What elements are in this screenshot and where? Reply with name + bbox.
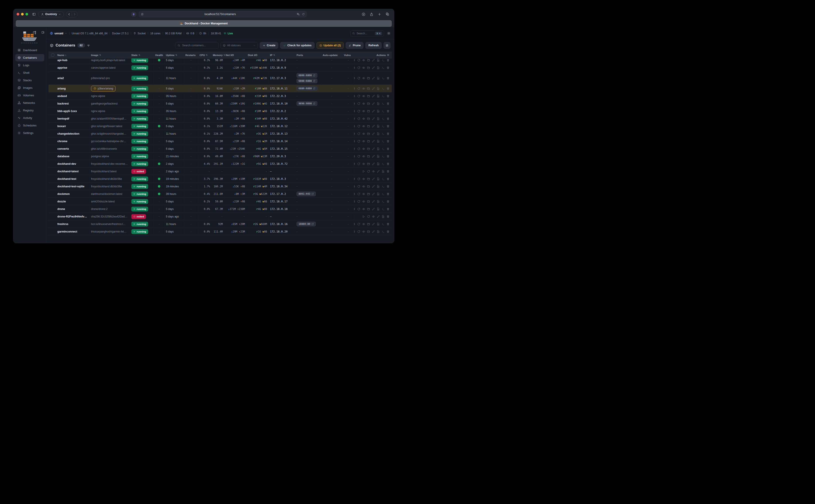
action-restart-icon[interactable] <box>357 95 360 98</box>
action-logs-icon[interactable] <box>377 177 380 180</box>
action-inspect-icon[interactable] <box>362 125 365 128</box>
action-pause-icon[interactable] <box>354 200 355 203</box>
action-inspect-icon[interactable] <box>372 215 375 218</box>
extension-button[interactable] <box>131 12 136 17</box>
action-pause-icon[interactable] <box>354 66 355 69</box>
action-restart-icon[interactable] <box>357 192 360 196</box>
column-header-autoupdate[interactable]: Auto-update <box>321 54 343 56</box>
action-edit-icon[interactable] <box>377 215 380 218</box>
action-delete-icon[interactable] <box>386 155 390 158</box>
containers-search-input[interactable] <box>182 44 216 47</box>
action-files-icon[interactable] <box>367 66 370 69</box>
theme-toggle-icon[interactable] <box>387 32 390 35</box>
table-row[interactable]: chromegcr.io/zenika-hub/alpine-chr…runni… <box>49 138 392 145</box>
action-delete-icon[interactable] <box>386 110 390 113</box>
action-files-icon[interactable] <box>367 185 370 188</box>
action-edit-icon[interactable] <box>372 117 375 120</box>
action-delete-icon[interactable] <box>386 170 390 173</box>
action-logs-icon[interactable] <box>377 200 380 203</box>
action-restart-icon[interactable] <box>357 185 360 188</box>
action-pause-icon[interactable] <box>354 230 355 233</box>
action-console-icon[interactable] <box>382 147 385 150</box>
table-row[interactable]: boxarrghcr.io/iongpt/boxarr:latestrunnin… <box>49 122 392 130</box>
action-inspect-icon[interactable] <box>362 87 365 90</box>
address-bar[interactable]: localhost:5173/containers <box>139 11 307 17</box>
action-console-icon[interactable] <box>382 155 385 158</box>
action-logs-icon[interactable] <box>377 162 380 165</box>
action-inspect-icon[interactable] <box>362 117 365 120</box>
action-files-icon[interactable] <box>367 117 370 120</box>
action-delete-icon[interactable] <box>386 132 390 135</box>
action-restart-icon[interactable] <box>357 140 360 143</box>
port-mapping-chip[interactable]: 18880:80 <box>297 222 316 226</box>
action-console-icon[interactable] <box>382 125 385 128</box>
column-header-actions[interactable]: Actions <box>354 54 392 56</box>
action-files-icon[interactable] <box>367 95 370 98</box>
column-header-uptime[interactable]: Uptime⇅ <box>165 54 184 56</box>
share-icon[interactable] <box>370 12 373 16</box>
action-console-icon[interactable] <box>382 200 385 203</box>
action-edit-icon[interactable] <box>372 110 375 113</box>
action-logs-icon[interactable] <box>377 110 380 113</box>
action-pause-icon[interactable] <box>354 223 355 226</box>
action-logs-icon[interactable] <box>377 147 380 150</box>
host-selector[interactable]: unraid <box>50 32 67 35</box>
action-inspect-icon[interactable] <box>362 230 365 233</box>
port-mapping-chip[interactable]: 6888:6888 <box>297 79 317 83</box>
action-files-icon[interactable] <box>367 140 370 143</box>
column-header-name[interactable]: Name↑ <box>56 54 90 56</box>
action-edit-icon[interactable] <box>372 162 375 165</box>
action-logs-icon[interactable] <box>377 230 380 233</box>
action-files-icon[interactable] <box>367 192 370 196</box>
action-restart-icon[interactable] <box>367 215 370 218</box>
action-delete-icon[interactable] <box>386 223 390 226</box>
action-pause-icon[interactable] <box>354 125 355 128</box>
action-edit-icon[interactable] <box>372 147 375 150</box>
action-restart-icon[interactable] <box>357 110 360 113</box>
layout-toggle-button[interactable] <box>384 42 390 49</box>
action-pause-icon[interactable] <box>354 132 355 135</box>
action-delete-icon[interactable] <box>386 200 390 203</box>
sidebar-item-activity[interactable]: Activity <box>15 114 44 122</box>
action-console-icon[interactable] <box>382 192 385 196</box>
sidebar-item-containers[interactable]: Containers <box>15 54 44 61</box>
action-logs-icon[interactable] <box>377 125 380 128</box>
action-logs-icon[interactable] <box>382 170 385 173</box>
action-console-icon[interactable] <box>382 230 385 233</box>
action-inspect-icon[interactable] <box>362 77 365 80</box>
action-files-icon[interactable] <box>367 132 370 135</box>
action-edit-icon[interactable] <box>372 95 375 98</box>
table-row[interactable]: dockhand-latestfnsys/dockhand:latestexit… <box>49 168 392 175</box>
action-logs-icon[interactable] <box>377 185 380 188</box>
prune-button[interactable]: Prune <box>346 42 363 49</box>
action-files-icon[interactable] <box>367 155 370 158</box>
action-logs-icon[interactable] <box>377 95 380 98</box>
update-all-button[interactable]: Update all (2) <box>316 42 344 49</box>
active-tab[interactable]: Dockhand - Docker Management <box>16 20 392 27</box>
table-row[interactable]: dozzleamir20/dozzle:latestrunning-5 days… <box>49 198 392 205</box>
action-edit-icon[interactable] <box>372 223 375 226</box>
action-console-icon[interactable] <box>382 110 385 113</box>
select-all-checkbox[interactable] <box>51 54 54 57</box>
table-row[interactable]: dockhand-test-sqlitefnsys/dockhand:db3dc… <box>49 183 392 190</box>
action-pause-icon[interactable] <box>354 87 355 90</box>
action-restart-icon[interactable] <box>357 117 360 120</box>
action-delete-icon[interactable] <box>386 207 390 211</box>
sidebar-item-settings[interactable]: Settings <box>15 129 44 137</box>
action-edit-icon[interactable] <box>372 200 375 203</box>
action-delete-icon[interactable] <box>386 185 390 188</box>
action-pause-icon[interactable] <box>354 185 355 188</box>
table-row[interactable]: changedetectionghcr.io/dgtlmoon/changede… <box>49 130 392 138</box>
action-logs-icon[interactable] <box>377 207 380 211</box>
action-edit-icon[interactable] <box>372 87 375 90</box>
table-row[interactable]: dronedrone/drone:2running-5 days-0.0%67.… <box>49 205 392 213</box>
table-row[interactable]: freshrsslscr.io/linuxserver/freshrss:l…r… <box>49 220 392 228</box>
global-search[interactable]: Search... ⌘ K <box>350 30 384 37</box>
action-delete-icon[interactable] <box>386 192 390 196</box>
action-inspect-icon[interactable] <box>362 59 365 62</box>
browser-sidebar-toggle-icon[interactable] <box>32 12 36 16</box>
image-update-chip[interactable]: p3terx/ariang <box>91 86 116 91</box>
action-inspect-icon[interactable] <box>362 110 365 113</box>
action-files-icon[interactable] <box>367 110 370 113</box>
port-mapping-chip[interactable]: 6880:6880 <box>297 86 317 91</box>
